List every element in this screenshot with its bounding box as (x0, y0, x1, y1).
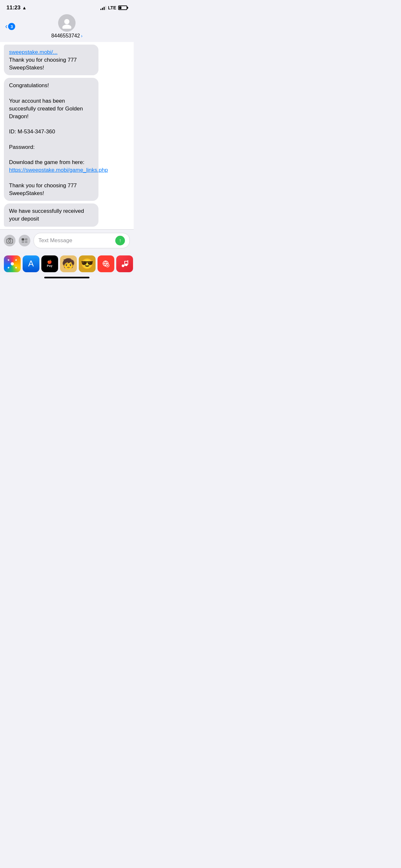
send-icon: ↑ (119, 238, 121, 244)
apps-icon (21, 238, 28, 244)
svg-point-1 (62, 25, 71, 29)
svg-point-11 (15, 259, 17, 261)
dock-memoji2[interactable]: 😎 (79, 255, 96, 272)
messages-area: sweepstake.mobi/... Thank you for choosi… (0, 42, 134, 229)
back-badge: 3 (8, 23, 15, 30)
svg-rect-8 (25, 241, 27, 243)
dock: A 🍎 Pay 🧒 😎 (0, 252, 134, 275)
appstore-icon: A (28, 259, 34, 269)
svg-rect-25 (124, 261, 125, 266)
text-input-container[interactable]: Text Message ↑ (34, 233, 130, 248)
back-chevron-icon: ‹ (5, 23, 7, 30)
message-bubble-2: Congratulations! Your account has been s… (4, 78, 98, 201)
avatar-silhouette (61, 17, 73, 29)
input-area: Text Message ↑ (0, 229, 134, 252)
home-bar (44, 277, 89, 278)
contact-number[interactable]: 8446553742 › (51, 33, 83, 39)
status-bar: 11:23 ▲ LTE (0, 0, 134, 13)
svg-rect-7 (22, 241, 24, 243)
home-indicator-area (0, 275, 134, 282)
svg-rect-2 (7, 239, 12, 243)
message-2-wrapper: Congratulations! Your account has been s… (4, 76, 130, 202)
sweepstake-link[interactable]: https://sweepstake.mobi/game_links.php (9, 167, 108, 173)
svg-rect-4 (9, 238, 11, 239)
message-3-wrapper: We have successfully received your depos… (4, 202, 130, 229)
dock-memoji1[interactable]: 🧒 (60, 255, 77, 272)
text-message-placeholder[interactable]: Text Message (38, 237, 113, 244)
contact-chevron-icon: › (81, 33, 83, 38)
music-icon (120, 259, 129, 268)
message-bubble-1: sweepstake.mobi/... Thank you for choosi… (4, 44, 98, 75)
location-icon: ▲ (22, 5, 27, 10)
svg-point-17 (8, 259, 10, 261)
svg-point-13 (15, 267, 17, 268)
svg-point-3 (9, 240, 11, 242)
svg-point-9 (11, 262, 14, 266)
svg-rect-27 (124, 261, 128, 261)
svg-point-15 (8, 267, 10, 268)
message-bubble-3: We have successfully received your depos… (4, 204, 98, 227)
memoji2-icon: 😎 (81, 258, 94, 270)
dock-search[interactable] (97, 255, 114, 272)
lte-label: LTE (108, 5, 116, 10)
svg-point-23 (122, 265, 124, 267)
svg-rect-5 (22, 238, 24, 241)
contact-info[interactable]: 8446553742 › (51, 14, 83, 39)
dock-music[interactable] (116, 255, 133, 272)
camera-button[interactable] (4, 235, 16, 246)
svg-point-24 (125, 264, 127, 266)
status-time: 11:23 ▲ (6, 4, 27, 11)
photos-icon (8, 259, 17, 268)
dock-appstore[interactable]: A (23, 255, 39, 272)
back-button[interactable]: ‹ 3 (5, 23, 15, 30)
search-globe-icon (101, 259, 111, 268)
camera-icon (6, 238, 13, 244)
memoji1-icon: 🧒 (62, 258, 75, 270)
svg-rect-6 (25, 238, 27, 241)
applepay-icon: 🍎 Pay (47, 260, 53, 268)
nav-bar: ‹ 3 8446553742 › (0, 13, 134, 42)
battery-icon (118, 5, 127, 10)
dock-photos[interactable] (4, 255, 21, 272)
avatar (58, 14, 75, 32)
signal-bars (100, 5, 106, 10)
svg-point-0 (64, 19, 69, 24)
dock-applepay[interactable]: 🍎 Pay (41, 255, 58, 272)
message-1-wrapper: sweepstake.mobi/... Thank you for choosi… (4, 42, 130, 76)
send-button[interactable]: ↑ (115, 236, 125, 245)
apps-button[interactable] (19, 235, 30, 246)
status-right: LTE (100, 5, 127, 10)
